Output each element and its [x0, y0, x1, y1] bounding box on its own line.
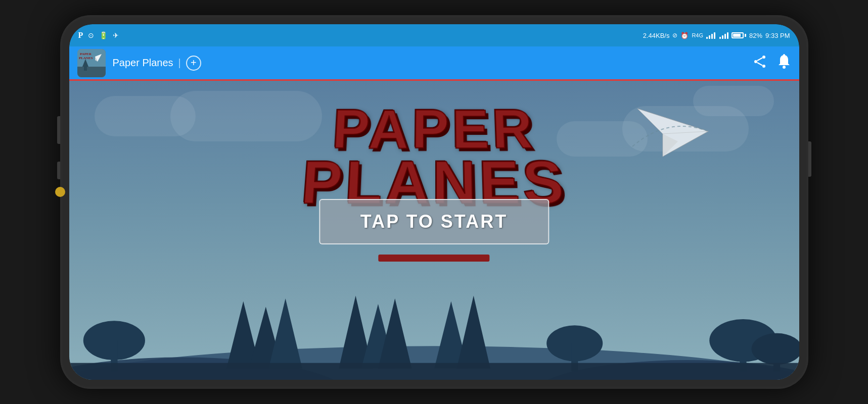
svg-point-10 [754, 60, 757, 63]
app-title: Paper Planes [113, 57, 173, 69]
svg-rect-38 [69, 363, 799, 380]
network-speed: 2.44KB/s [643, 32, 670, 39]
signal-bar-1 [706, 37, 708, 39]
svg-text:PLANES: PLANES [79, 56, 93, 60]
wifi-off-icon: ⊘ [672, 32, 677, 39]
signal-bars-2 [719, 32, 728, 39]
battery-percent: 82% [749, 32, 762, 39]
signal-bar-3 [711, 34, 713, 39]
screen-content: P ⊙ 🔋 ✈ 2.44KB/s ⊘ ⏰ R4G [69, 24, 799, 380]
cloud-2 [170, 91, 322, 141]
status-left-icons: P ⊙ 🔋 ✈ [78, 31, 119, 40]
gold-button[interactable] [55, 187, 65, 197]
signal-bar2-4 [727, 32, 728, 39]
battery-body [732, 32, 744, 38]
app-icon-svg: PAPER PLANES [77, 49, 106, 77]
svg-rect-3 [84, 67, 87, 71]
network-type: R4G [692, 32, 703, 38]
signal-bar-2 [709, 35, 710, 39]
svg-marker-31 [456, 295, 490, 368]
tap-to-start-button[interactable]: TAP TO START [319, 199, 549, 244]
svg-marker-26 [268, 298, 302, 369]
svg-marker-15 [637, 109, 708, 157]
signal-bar2-3 [724, 34, 726, 39]
app-toolbar: PAPER PLANES Paper Planes | + [69, 46, 799, 81]
svg-line-11 [757, 58, 762, 61]
power-button[interactable] [808, 141, 811, 177]
status-right-info: 2.44KB/s ⊘ ⏰ R4G [643, 32, 790, 39]
battery-status-icon: 🔋 [99, 31, 108, 39]
volume-button[interactable] [57, 116, 60, 144]
signal-bars [706, 32, 715, 39]
time-display: 9:33 PM [765, 32, 790, 39]
notification-button[interactable] [777, 54, 791, 72]
app-icon: PAPER PLANES [77, 49, 106, 77]
app-icon-bg: PAPER PLANES [77, 49, 106, 77]
status-bar: P ⊙ 🔋 ✈ 2.44KB/s ⊘ ⏰ R4G [69, 24, 799, 46]
svg-point-9 [762, 65, 765, 68]
p-status-icon: P [78, 31, 83, 40]
signal-bar-4 [714, 32, 715, 39]
share-button[interactable] [753, 55, 767, 72]
svg-text:PAPER: PAPER [80, 52, 92, 56]
battery-tip [745, 34, 746, 37]
share-icon-svg [753, 55, 767, 69]
telegram-icon: ✈ [113, 31, 119, 39]
svg-rect-14 [783, 54, 785, 56]
circle-dot-icon: ⊙ [88, 31, 94, 39]
toolbar-divider: | [178, 57, 181, 69]
svg-point-8 [762, 56, 765, 59]
signal-bar2-2 [722, 35, 723, 39]
landscape-svg [69, 279, 799, 380]
svg-point-13 [783, 66, 786, 69]
camera-button[interactable] [57, 162, 60, 179]
toolbar-right-actions [753, 54, 791, 72]
phone-screen: P ⊙ 🔋 ✈ 2.44KB/s ⊘ ⏰ R4G [69, 24, 799, 380]
game-area[interactable]: PAPER PLANES TAP TO START [69, 81, 799, 380]
battery-fill [733, 34, 741, 37]
svg-line-12 [757, 63, 762, 66]
red-bar-decoration [379, 255, 490, 262]
paper-plane-svg [627, 106, 708, 162]
phone-device: P ⊙ 🔋 ✈ 2.44KB/s ⊘ ⏰ R4G [60, 15, 808, 389]
tap-to-start-container[interactable]: TAP TO START [319, 199, 549, 262]
tap-to-start-label: TAP TO START [360, 211, 508, 232]
signal-bar2-1 [719, 37, 721, 39]
svg-rect-1 [77, 67, 106, 77]
bell-icon-svg [777, 54, 791, 69]
battery-indicator [732, 32, 746, 38]
add-button[interactable]: + [186, 56, 201, 71]
alarm-icon: ⏰ [680, 32, 689, 39]
paper-plane-decoration [627, 106, 708, 164]
plus-icon: + [191, 57, 197, 69]
